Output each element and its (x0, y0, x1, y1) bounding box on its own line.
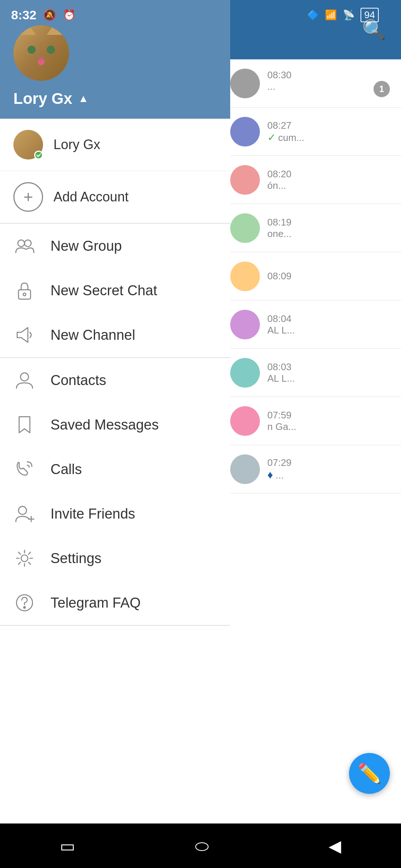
sidebar-username: Lory Gx ▲ (13, 90, 217, 108)
chat-preview: ón... (267, 180, 286, 191)
add-account-row[interactable]: + Add Account (0, 171, 230, 224)
chat-item[interactable]: 08:19 one... (219, 204, 401, 252)
chat-time: 07:29 (267, 457, 291, 468)
cat-eye-right (47, 46, 55, 54)
bookmark-icon (13, 414, 36, 436)
avatar-image (13, 25, 69, 81)
menu-label: New Secret Chat (50, 283, 157, 299)
compose-fab[interactable]: ✏️ (349, 753, 390, 794)
gear-icon (13, 547, 36, 569)
person-icon (13, 369, 36, 391)
status-bar-left: 8:32 🔕 ⏰ (11, 8, 76, 22)
chat-item[interactable]: 07:59 n Ga... (219, 397, 401, 445)
menu-section-main: Contacts Saved Messages Calls (0, 358, 230, 626)
chat-preview: AL L... (267, 373, 295, 384)
menu-item-new-channel[interactable]: New Channel (0, 313, 230, 357)
chat-time: 08:09 (267, 270, 291, 282)
avatar (230, 69, 260, 98)
person-add-icon (13, 503, 36, 525)
avatar (230, 165, 260, 195)
sidebar-drawer: Lory Gx ▲ Lory Gx + Add Account (0, 0, 230, 823)
svg-point-1 (25, 240, 31, 247)
lock-icon (13, 279, 36, 302)
chat-preview: ... (267, 81, 276, 97)
avatar (230, 454, 260, 484)
menu-item-contacts[interactable]: Contacts (0, 358, 230, 402)
caret-up-icon[interactable]: ▲ (78, 93, 89, 105)
chat-content: 08:19 one... (267, 217, 390, 240)
chat-time: 08:30 (267, 69, 291, 81)
chat-content: 08:04 AL L... (267, 313, 390, 336)
status-bar: 8:32 🔕 ⏰ 🔷 📶 📡 94 (0, 0, 401, 30)
chat-content: 08:27 ✓cum... (267, 120, 390, 144)
chat-preview: ♦ ... (267, 468, 284, 481)
status-bar-right: 🔷 📶 📡 94 (307, 8, 390, 22)
chat-time: 08:03 (267, 361, 291, 373)
menu-label: New Group (50, 238, 122, 254)
chat-item[interactable]: 08:03 AL L... (219, 349, 401, 397)
svg-point-8 (21, 555, 28, 562)
menu-item-settings[interactable]: Settings (0, 536, 230, 581)
chat-item[interactable]: 08:30 ... 1 (219, 59, 401, 108)
group-icon (13, 235, 36, 257)
chat-time: 08:19 (267, 217, 291, 228)
chat-item[interactable]: 07:29 ♦ ... (219, 445, 401, 493)
add-icon: + (13, 182, 43, 212)
menu-item-saved-messages[interactable]: Saved Messages (0, 402, 230, 447)
help-icon (13, 592, 36, 614)
chat-item[interactable]: 08:09 (219, 252, 401, 300)
chat-content: 07:59 n Ga... (267, 410, 390, 433)
avatar (230, 358, 260, 388)
account-name: Lory Gx (53, 137, 100, 152)
menu-item-calls[interactable]: Calls (0, 447, 230, 491)
svg-point-0 (18, 240, 25, 247)
chat-time: 08:04 (267, 313, 291, 325)
chat-content: 08:30 ... 1 (267, 69, 390, 97)
chat-item[interactable]: 08:20 ón... (219, 156, 401, 204)
add-account-label: Add Account (53, 189, 128, 205)
account-row[interactable]: Lory Gx (0, 119, 230, 171)
user-avatar[interactable] (13, 25, 69, 81)
menu-item-new-secret-chat[interactable]: New Secret Chat (0, 268, 230, 313)
unread-badge: 1 (374, 81, 390, 97)
chat-preview: one... (267, 228, 291, 240)
alarm-icon: ⏰ (63, 9, 76, 21)
svg-point-5 (19, 506, 27, 514)
chat-preview: n Ga... (267, 421, 296, 433)
menu-item-new-group[interactable]: New Group (0, 224, 230, 268)
chat-time: 07:59 (267, 410, 291, 421)
home-button[interactable]: ⬭ (195, 836, 209, 855)
phone-icon (13, 458, 36, 480)
back-button[interactable]: ◀ (329, 836, 341, 855)
bluetooth-icon: 🔷 (307, 9, 319, 21)
chat-list-panel: 🔍 08:30 ... 1 08:27 ✓cum... (219, 0, 401, 838)
signal-icon: 📶 (325, 9, 337, 21)
chat-content: 08:09 (267, 270, 390, 282)
svg-point-10 (24, 606, 26, 608)
megaphone-icon (13, 324, 36, 346)
mute-icon: 🔕 (43, 9, 56, 21)
svg-rect-2 (19, 290, 30, 299)
avatar (230, 213, 260, 243)
svg-point-4 (20, 373, 29, 381)
chat-content: 08:03 AL L... (267, 361, 390, 384)
menu-item-telegram-faq[interactable]: Telegram FAQ (0, 581, 230, 625)
chat-item[interactable]: 08:04 AL L... (219, 300, 401, 349)
recents-button[interactable]: ▭ (60, 836, 75, 855)
cat-tongue (38, 60, 45, 65)
chat-content: 08:20 ón... (267, 168, 390, 191)
chat-preview: ✓cum... (267, 131, 304, 144)
chat-content: 07:29 ♦ ... (267, 457, 390, 481)
wifi-icon: 📡 (343, 9, 355, 21)
cat-eye-left (27, 46, 36, 54)
clock-display: 8:32 (11, 8, 36, 22)
menu-label: Telegram FAQ (50, 595, 141, 611)
chat-preview: AL L... (267, 325, 295, 336)
chat-item[interactable]: 08:27 ✓cum... (219, 108, 401, 156)
menu-label: Invite Friends (50, 506, 135, 522)
menu-label: Saved Messages (50, 417, 159, 433)
avatar (230, 310, 260, 339)
menu-item-invite-friends[interactable]: Invite Friends (0, 491, 230, 536)
account-avatar-container (13, 130, 43, 160)
menu-label: New Channel (50, 327, 135, 343)
